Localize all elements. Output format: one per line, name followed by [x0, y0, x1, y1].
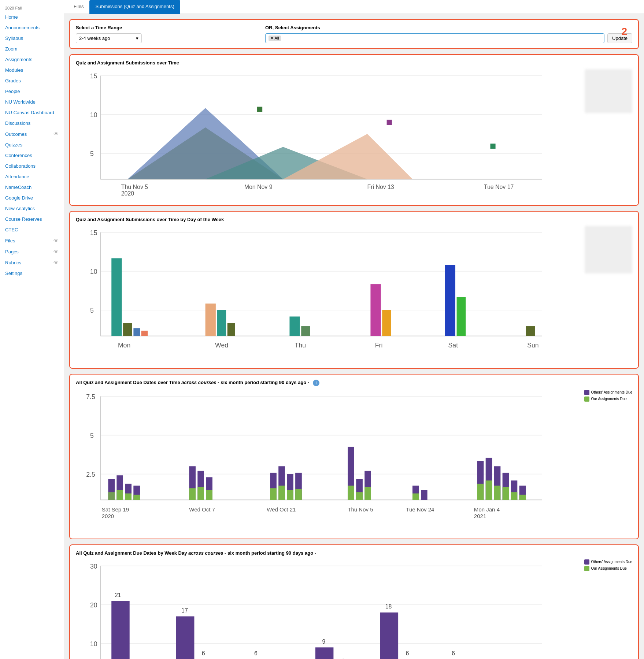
sidebar-item-grades[interactable]: Grades [0, 75, 64, 86]
svg-rect-34 [206, 304, 216, 336]
tab-submissions[interactable]: Submissions (Quiz and Assignments) [89, 0, 180, 14]
update-button[interactable]: Update [607, 33, 632, 43]
time-range-value: 2-4 weeks ago [79, 36, 110, 41]
chart1-section: Quiz and Assignment Submissions over Tim… [69, 54, 639, 206]
eye-icon-outcomes[interactable]: 👁 [53, 131, 59, 137]
sidebar-item-google-drive[interactable]: Google Drive [0, 193, 64, 203]
svg-text:10: 10 [90, 640, 97, 647]
svg-rect-78 [287, 490, 293, 500]
sidebar-item-rubrics[interactable]: Rubrics👁 [0, 257, 64, 268]
sidebar-item-ctec[interactable]: CTEC [0, 224, 64, 235]
svg-text:5: 5 [90, 306, 94, 314]
svg-text:Mon: Mon [118, 342, 130, 349]
sidebar-item-announcements[interactable]: Announcements [0, 22, 64, 33]
chart2-legend-blurred [585, 226, 632, 273]
svg-rect-86 [364, 487, 371, 500]
time-range-filter: Select a Time Range 2-4 weeks ago ▾ [76, 25, 259, 43]
svg-rect-41 [445, 265, 455, 336]
svg-text:5: 5 [90, 432, 94, 439]
svg-text:2021: 2021 [474, 513, 486, 519]
svg-text:6: 6 [254, 650, 258, 656]
svg-rect-39 [370, 284, 381, 336]
chart4-legend-others-label: Others' Assignments Due [591, 560, 632, 564]
svg-rect-60 [108, 492, 115, 500]
eye-icon-pages[interactable]: 👁 [53, 249, 59, 254]
svg-text:6: 6 [406, 650, 409, 656]
svg-text:Wed Oct 21: Wed Oct 21 [267, 506, 296, 513]
chart4-title: All Quiz and Assignment Due Dates by Wee… [76, 550, 632, 556]
chart4-legend-ours: Our Assignments Due [584, 566, 632, 571]
svg-rect-36 [227, 323, 235, 336]
time-range-label: Select a Time Range [76, 25, 259, 30]
sidebar-item-nu-canvas-dashboard[interactable]: NU Canvas Dashboard [0, 107, 64, 118]
chart3-legend-ours-label: Our Assignments Due [591, 397, 626, 401]
svg-rect-13 [257, 107, 262, 112]
sidebar-item-pages[interactable]: Pages👁 [0, 246, 64, 257]
svg-rect-64 [125, 494, 132, 500]
svg-text:30: 30 [90, 562, 97, 570]
svg-text:Thu: Thu [295, 342, 306, 349]
chart4-legend-others: Others' Assignments Due [584, 559, 632, 565]
chart3-info-icon[interactable]: i [313, 380, 319, 386]
svg-text:Fri: Fri [375, 342, 383, 349]
svg-rect-37 [289, 316, 300, 336]
sidebar-item-modules[interactable]: Modules [0, 65, 64, 75]
chart3-svg: 7.5 5 2.5 [76, 390, 581, 532]
svg-rect-91 [477, 484, 484, 500]
svg-rect-88 [412, 494, 419, 500]
sidebar-item-home[interactable]: Home [0, 12, 64, 22]
svg-text:15: 15 [90, 72, 97, 80]
svg-text:4: 4 [341, 658, 344, 659]
sidebar-item-course-reserves[interactable]: Course Reserves [0, 214, 64, 224]
assignments-label: OR, Select Assignments [265, 25, 632, 30]
sidebar-item-assignments[interactable]: Assignments [0, 54, 64, 65]
sidebar-item-outcomes[interactable]: Outcomes👁 [0, 129, 64, 139]
svg-text:21: 21 [115, 592, 121, 598]
tab-files[interactable]: Files [68, 0, 89, 14]
sidebar-item-conferences[interactable]: Conferences [0, 150, 64, 161]
svg-text:10: 10 [90, 268, 97, 275]
svg-rect-62 [116, 490, 123, 500]
svg-rect-76 [278, 485, 285, 500]
chart4-legend: Others' Assignments Due Our Assignments … [584, 559, 632, 571]
svg-text:6: 6 [202, 650, 205, 656]
sidebar-item-collaborations[interactable]: Collaborations [0, 161, 64, 171]
svg-text:17: 17 [181, 607, 188, 614]
sidebar-item-attendance[interactable]: Attendance [0, 171, 64, 182]
svg-rect-84 [356, 492, 363, 500]
chart1-title: Quiz and Assignment Submissions over Tim… [76, 60, 632, 66]
svg-rect-89 [421, 490, 428, 500]
time-range-select[interactable]: 2-4 weeks ago ▾ [76, 33, 142, 43]
chart1-area: 15 10 5 [76, 69, 581, 200]
all-tag[interactable]: ✕ All [269, 36, 281, 41]
svg-rect-15 [490, 144, 495, 149]
sidebar-item-namecoach[interactable]: NameCoach [0, 182, 64, 193]
eye-icon-rubrics[interactable]: 👁 [53, 260, 59, 265]
sidebar-item-discussions[interactable]: Discussions [0, 118, 64, 129]
assignment-input[interactable]: ✕ All [265, 33, 604, 43]
svg-text:7.5: 7.5 [86, 393, 95, 401]
svg-text:Fri Nov 13: Fri Nov 13 [367, 184, 395, 190]
sidebar-item-nu-worldwide[interactable]: NU Worldwide [0, 97, 64, 107]
svg-text:10: 10 [90, 111, 97, 119]
sidebar-item-people[interactable]: People [0, 86, 64, 97]
chart4-svg: 30 20 10 [76, 559, 581, 659]
assignments-filter: OR, Select Assignments ✕ All Update 2 [265, 25, 632, 43]
sidebar-item-zoom[interactable]: Zoom [0, 44, 64, 54]
svg-rect-72 [206, 490, 212, 500]
tabs-bar: Files Submissions (Quiz and Assignments) [64, 0, 644, 14]
sidebar-item-syllabus[interactable]: Syllabus [0, 33, 64, 44]
svg-rect-68 [189, 488, 196, 500]
svg-text:15: 15 [90, 229, 97, 236]
sidebar-item-settings[interactable]: Settings [0, 268, 64, 279]
chart4-section: All Quiz and Assignment Due Dates by Wee… [69, 544, 639, 659]
sidebar-item-quizzes[interactable]: Quizzes [0, 139, 64, 150]
sidebar-item-new-analytics[interactable]: New Analytics [0, 203, 64, 214]
eye-icon-files[interactable]: 👁 [53, 238, 59, 243]
sidebar-item-files[interactable]: Files👁 [0, 235, 64, 246]
svg-rect-66 [133, 495, 140, 500]
svg-rect-70 [197, 487, 204, 500]
chart3-legend-ours-color [584, 396, 589, 402]
svg-text:9: 9 [322, 638, 325, 644]
chart1-svg: 15 10 5 [76, 69, 581, 199]
